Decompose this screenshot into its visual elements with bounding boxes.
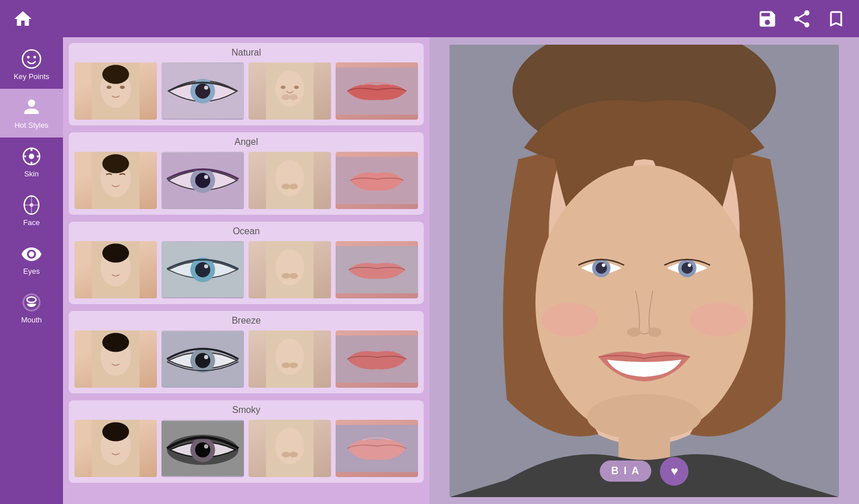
smoky-nose-thumb[interactable] xyxy=(249,420,331,477)
sidebar-item-skin[interactable]: Skin xyxy=(0,137,63,186)
svg-point-88 xyxy=(602,263,605,267)
svg-point-27 xyxy=(294,85,299,89)
ocean-lips-thumb[interactable] xyxy=(336,241,418,298)
svg-point-73 xyxy=(195,442,210,457)
sidebar-item-skin-label: Skin xyxy=(24,170,38,178)
svg-point-45 xyxy=(103,243,129,262)
svg-point-74 xyxy=(204,444,208,448)
share-button[interactable] xyxy=(790,7,813,30)
breeze-face-thumb[interactable] xyxy=(74,330,157,388)
angel-eye-thumb[interactable] xyxy=(161,152,244,209)
home-button[interactable] xyxy=(11,7,34,30)
sidebar-item-hot-styles[interactable]: Hot Styles xyxy=(0,89,63,137)
heart-favorite-button[interactable]: ♥ xyxy=(660,457,689,486)
main-layout: Key Points Hot Styles Skin xyxy=(0,37,859,504)
style-angel-thumbnails xyxy=(74,152,418,209)
svg-point-57 xyxy=(103,333,129,352)
sidebar-item-eyes-label: Eyes xyxy=(23,267,40,275)
style-row-ocean[interactable]: Ocean xyxy=(69,222,424,304)
style-row-angel[interactable]: Angel xyxy=(69,132,424,215)
ocean-nose-thumb[interactable] xyxy=(249,241,331,298)
style-natural-thumbnails xyxy=(74,62,418,120)
header-right xyxy=(756,7,848,30)
sidebar-item-face-label: Face xyxy=(23,218,40,227)
svg-point-33 xyxy=(103,154,129,173)
svg-point-1 xyxy=(27,56,30,58)
sidebar-item-eyes[interactable]: Eyes xyxy=(0,235,63,284)
svg-point-9 xyxy=(37,155,39,158)
svg-point-65 xyxy=(289,363,298,368)
svg-point-64 xyxy=(282,363,290,368)
sidebar-item-mouth-label: Mouth xyxy=(21,316,42,324)
favorites-button[interactable] xyxy=(825,7,848,30)
svg-point-84 xyxy=(541,302,598,337)
breeze-eye-thumb[interactable] xyxy=(161,330,244,388)
style-row-smoky[interactable]: Smoky xyxy=(69,400,424,483)
svg-point-52 xyxy=(282,273,290,279)
sidebar-item-face[interactable]: Face xyxy=(0,186,63,235)
natural-lips-thumb[interactable] xyxy=(336,62,418,120)
breeze-lips-thumb[interactable] xyxy=(336,330,418,388)
sidebar-item-mouth[interactable]: Mouth xyxy=(0,284,63,332)
photo-area: B I A ♥ xyxy=(450,45,839,497)
svg-point-14 xyxy=(27,297,36,303)
svg-point-91 xyxy=(688,263,691,267)
header-left xyxy=(11,7,34,30)
style-row-breeze[interactable]: Breeze xyxy=(69,311,424,393)
svg-point-87 xyxy=(596,262,607,274)
sidebar-item-key-points[interactable]: Key Points xyxy=(0,40,63,89)
sidebar: Key Points Hot Styles Skin xyxy=(0,37,63,504)
natural-nose-thumb[interactable] xyxy=(249,62,331,120)
right-panel: B I A ♥ xyxy=(430,37,859,504)
svg-point-41 xyxy=(289,184,298,190)
breeze-nose-thumb[interactable] xyxy=(249,330,331,388)
svg-point-53 xyxy=(289,273,298,279)
svg-point-36 xyxy=(195,173,210,188)
svg-point-19 xyxy=(120,85,125,89)
smoky-lips-thumb[interactable] xyxy=(336,420,418,477)
ocean-eye-thumb[interactable] xyxy=(161,241,244,298)
svg-point-61 xyxy=(204,355,208,359)
svg-point-40 xyxy=(282,184,290,190)
style-smoky-title: Smoky xyxy=(74,405,418,415)
svg-point-76 xyxy=(275,428,304,464)
sidebar-item-hot-styles-label: Hot Styles xyxy=(14,121,48,129)
bia-button[interactable]: B I A xyxy=(600,460,651,482)
face-photo-svg xyxy=(450,45,839,497)
svg-point-93 xyxy=(648,328,661,337)
svg-point-17 xyxy=(103,65,129,84)
ocean-face-thumb[interactable] xyxy=(74,241,157,298)
style-row-natural[interactable]: Natural xyxy=(69,43,424,125)
sidebar-item-key-points-label: Key Points xyxy=(14,72,49,81)
angel-face-thumb[interactable] xyxy=(74,152,157,209)
svg-point-13 xyxy=(30,203,33,207)
smoky-eye-thumb[interactable] xyxy=(161,420,244,477)
svg-point-26 xyxy=(281,85,285,89)
svg-point-5 xyxy=(29,153,34,159)
style-breeze-thumbnails xyxy=(74,330,418,388)
svg-point-28 xyxy=(282,94,290,100)
svg-point-6 xyxy=(30,149,33,151)
style-angel-title: Angel xyxy=(74,137,418,147)
svg-point-18 xyxy=(107,85,111,89)
svg-point-25 xyxy=(275,70,304,107)
style-ocean-thumbnails xyxy=(74,241,418,298)
svg-point-85 xyxy=(690,302,747,337)
natural-face-thumb[interactable] xyxy=(74,62,157,120)
angel-nose-thumb[interactable] xyxy=(249,152,331,209)
angel-lips-thumb[interactable] xyxy=(336,152,418,209)
save-button[interactable] xyxy=(756,7,779,30)
heart-icon: ♥ xyxy=(671,464,678,479)
svg-point-7 xyxy=(30,162,33,164)
svg-point-29 xyxy=(289,94,298,100)
style-natural-title: Natural xyxy=(74,48,418,58)
svg-point-22 xyxy=(195,84,210,99)
natural-eye-thumb[interactable] xyxy=(161,62,244,120)
svg-point-2 xyxy=(33,56,36,58)
svg-point-48 xyxy=(195,262,210,277)
svg-point-49 xyxy=(204,264,208,268)
svg-point-23 xyxy=(204,85,208,89)
svg-point-63 xyxy=(275,338,304,375)
smoky-face-thumb[interactable] xyxy=(74,420,157,477)
style-ocean-title: Ocean xyxy=(74,226,418,237)
